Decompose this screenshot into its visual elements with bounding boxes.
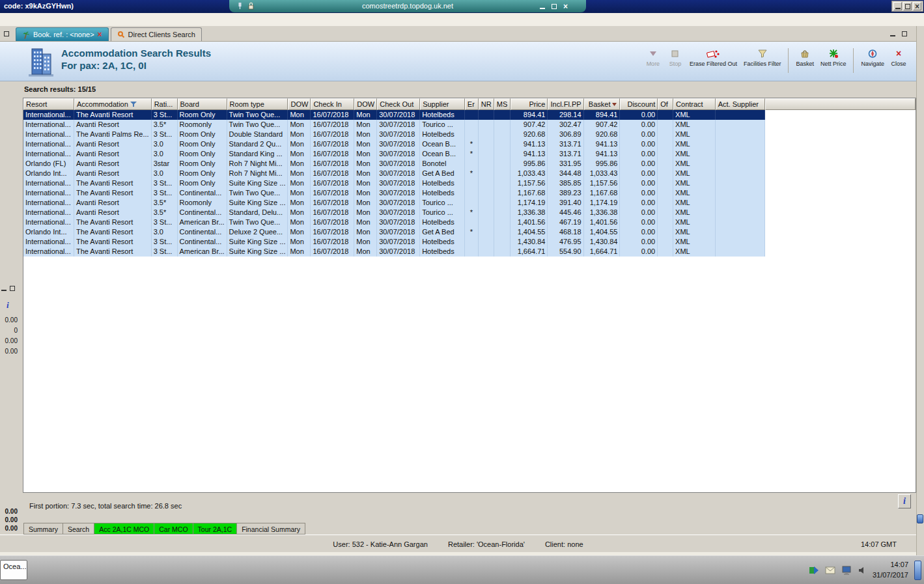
column-header-supplier[interactable]: Supplier (420, 98, 465, 110)
column-header-er[interactable]: Er (465, 98, 479, 110)
bottom-tab-search[interactable]: Search (63, 523, 94, 535)
column-header-incl-fl-pp[interactable]: Incl.Fl.PP (548, 98, 583, 110)
toolbar-button-facilities-filter[interactable]: Facilities Filter (740, 47, 785, 68)
footer-band: First portion: 7.3 sec, total search tim… (0, 493, 916, 523)
toolbar-button-more[interactable]: More (642, 47, 664, 68)
results-header-panel: Accommodation Search Results For pax: 2A… (0, 42, 916, 81)
tab-label: Direct Clients Search (128, 31, 195, 38)
taskbar-app-button[interactable]: Ocea... (0, 560, 27, 580)
clients-search-icon (117, 31, 125, 38)
show-desktop-button[interactable] (914, 561, 921, 580)
result-row-4[interactable]: International...Avanti Resort3.0Room Onl… (23, 139, 916, 149)
taskbar-clock[interactable]: 14:07 31/07/2017 (873, 560, 908, 581)
results-tbody: International...The Avanti Resort3 St...… (23, 110, 916, 257)
toolbar-button-basket[interactable]: Basket (792, 47, 817, 68)
close-button[interactable]: × (913, 2, 921, 10)
result-row-15[interactable]: International...The Avanti Resort3 St...… (23, 247, 916, 257)
panel-minimize-icon[interactable] (890, 30, 895, 38)
tray-volume-icon[interactable] (858, 566, 867, 575)
result-row-13[interactable]: Orlando Int...The Avanti Resort3.0Contin… (23, 227, 916, 237)
rdp-restore-button[interactable] (552, 3, 557, 10)
result-row-1[interactable]: International...The Avanti Resort3 St...… (23, 110, 916, 120)
result-row-12[interactable]: International...The Avanti Resort3 St...… (23, 217, 916, 227)
search-results-count: Search results: 15/15 (24, 85, 96, 93)
result-row-7[interactable]: Orlando Int...Avanti Resort3.0Room OnlyR… (23, 169, 916, 178)
left-panel-value: 0.00 (0, 337, 18, 344)
bottom-tab-tour-2a-1c[interactable]: Tour 2A,1C (193, 523, 238, 535)
tray-mail-icon[interactable] (825, 566, 835, 574)
column-header-rati-[interactable]: Rati... (152, 98, 178, 110)
toolbar-button-erase-filtered-out[interactable]: Erase Filtered Out (686, 47, 740, 68)
toolbar-button-nett-price[interactable]: Nett Price (817, 47, 850, 68)
rdp-minimize-button[interactable] (540, 3, 545, 10)
bottom-tab-summary[interactable]: Summary (23, 523, 63, 535)
clock-date: 31/07/2017 (873, 570, 908, 581)
column-header-check-out[interactable]: Check Out (377, 98, 420, 110)
sort-desc-icon (612, 102, 617, 107)
column-header-dow[interactable]: DOW (288, 98, 311, 110)
column-header-room-type[interactable]: Room type (227, 98, 288, 110)
minimize-button[interactable] (893, 2, 902, 10)
result-row-2[interactable]: International...Avanti Resort3.5*Roomonl… (23, 120, 916, 130)
column-header-accommodation[interactable]: Accommodation (74, 98, 152, 110)
left-panel-info-icon: i (7, 300, 9, 311)
edge-panel-icon[interactable] (917, 514, 923, 523)
maximize-button[interactable] (903, 2, 912, 10)
toolbar-button-stop[interactable]: Stop (664, 47, 686, 68)
result-row-9[interactable]: International...The Avanti Resort3 St...… (23, 188, 916, 198)
left-panel-value: 0.00 (0, 348, 18, 355)
column-header-ms[interactable]: MS (494, 98, 511, 110)
result-row-11[interactable]: International...Avanti Resort3.5*Contine… (23, 208, 916, 217)
bottom-tab-financial-summary[interactable]: Financial Summary (236, 523, 305, 535)
session-code-label: code: x9kAzGYHwn) (4, 2, 74, 10)
column-header-check-in[interactable]: Check In (311, 98, 354, 110)
page-subtitle: For pax: 2A, 1C, 0I (61, 59, 211, 72)
screen: code: x9kAzGYHwn) comostreetrdp.topdog.u… (0, 0, 924, 584)
column-header-discount[interactable]: Discount (620, 98, 658, 110)
rdp-host: comostreetrdp.topdog.uk.net (229, 2, 586, 10)
column-header-dow[interactable]: DOW (354, 98, 377, 110)
status-bar: User: 532 - Katie-Ann Gargan Retailer: '… (0, 535, 916, 552)
column-header-contract[interactable]: Contract (673, 98, 716, 110)
tab-close-icon[interactable]: × (98, 31, 102, 38)
toolbar-separator (788, 48, 789, 73)
bottom-tab-acc-2a-1c-mco[interactable]: Acc 2A,1C MCO (94, 523, 154, 535)
column-header-act-supplier[interactable]: Act. Supplier (716, 98, 766, 110)
tray-app-icon[interactable] (809, 565, 819, 576)
status-user: User: 532 - Katie-Ann Gargan (333, 540, 428, 548)
search-timing-text: First portion: 7.3 sec, total search tim… (29, 502, 182, 510)
frame-band (0, 13, 924, 26)
left-panel-total: 0.00 (0, 525, 18, 532)
tab-direct-clients-search[interactable]: Direct Clients Search (111, 27, 202, 41)
result-row-3[interactable]: International...The Avanti Palms Re...3 … (23, 130, 916, 139)
rdp-close-button[interactable]: × (563, 3, 568, 10)
column-header-nr[interactable]: NR (479, 98, 494, 110)
filter-icon[interactable] (130, 102, 137, 107)
left-panel-restore-icon[interactable] (10, 285, 15, 292)
left-panel-total: 0.00 (0, 516, 18, 523)
column-header-of[interactable]: Of (658, 98, 673, 110)
left-panel-pin-icon[interactable] (1, 285, 7, 292)
column-header-price[interactable]: Price (511, 98, 548, 110)
tray-display-icon[interactable] (841, 566, 852, 576)
child-window-icon[interactable] (4, 30, 9, 38)
result-row-14[interactable]: International...The Avanti Resort3 St...… (23, 237, 916, 247)
bottom-tab-car-mco[interactable]: Car MCO (154, 523, 193, 535)
result-row-6[interactable]: Orlando (FL)Avanti Resort3starRoom OnlyR… (23, 159, 916, 169)
column-header-basket[interactable]: Basket (584, 98, 621, 110)
close-icon: × (896, 48, 901, 59)
table-header-row: ResortAccommodationRati...BoardRoom type… (23, 98, 916, 110)
tab-label: Book. ref. : <none> (33, 31, 94, 38)
result-row-8[interactable]: International...The Avanti Resort3 St...… (23, 178, 916, 188)
result-row-5[interactable]: International...Avanti Resort3.0Room Onl… (23, 149, 916, 159)
panel-restore-icon[interactable] (902, 30, 907, 38)
toolbar-button-navigate[interactable]: Navigate (858, 47, 888, 68)
nett-price-icon (828, 48, 839, 59)
result-row-10[interactable]: International...Avanti Resort3.5*Roomonl… (23, 198, 916, 208)
column-header-board[interactable]: Board (178, 98, 227, 110)
info-button[interactable]: i (898, 494, 911, 508)
column-header-resort[interactable]: Resort (23, 98, 74, 110)
toolbar-button-close[interactable]: ×Close (888, 47, 910, 68)
rdp-connection-bar: comostreetrdp.topdog.uk.net × (229, 0, 586, 12)
tab-booking-ref[interactable]: Book. ref. : <none> × (16, 27, 109, 41)
